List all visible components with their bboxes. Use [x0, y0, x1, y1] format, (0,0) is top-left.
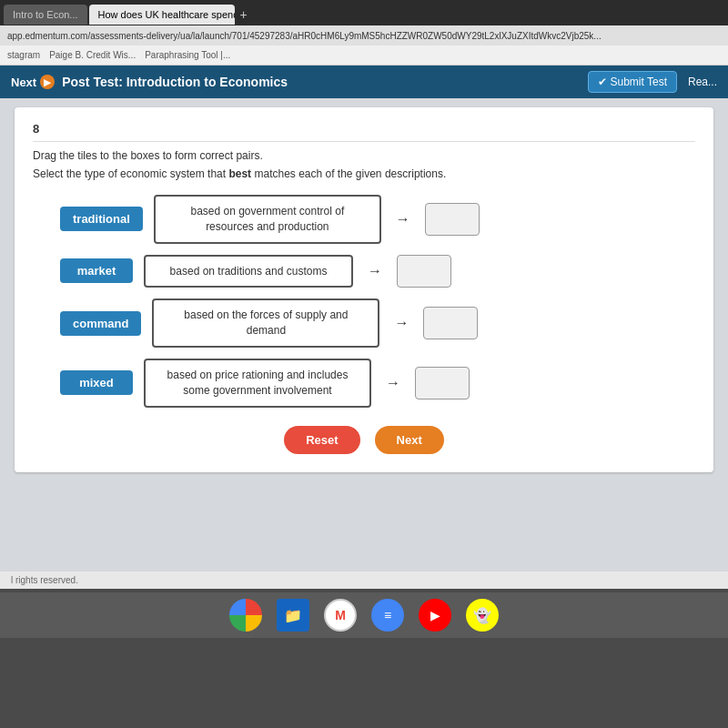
tab-intro[interactable]: Intro to Econ...: [4, 5, 87, 25]
taskbar-snapchat-icon[interactable]: 👻: [466, 599, 499, 632]
header-next-button[interactable]: Next ▶: [11, 75, 55, 89]
question-number: 8: [33, 122, 695, 142]
match-row-3: command based on the forces of supply an…: [60, 298, 478, 348]
tile-traditional[interactable]: traditional: [60, 207, 143, 231]
desc-box-4: based on price rationing and includes so…: [144, 359, 371, 408]
footer: l rights reserved.: [0, 571, 728, 589]
button-row: Reset Next: [33, 426, 695, 454]
answer-box-4[interactable]: [415, 367, 470, 399]
tab-active[interactable]: How does UK healthcare spend...: [89, 5, 235, 25]
reset-button[interactable]: Reset: [284, 426, 359, 454]
desc-box-1: based on government control of resources…: [154, 195, 381, 244]
header-right: ✔ Submit Test Rea...: [588, 71, 718, 93]
check-icon: ✔: [598, 76, 607, 88]
taskbar-docs-icon[interactable]: ≡: [371, 599, 404, 632]
instruction-2: Select the type of economic system that …: [33, 167, 695, 180]
submit-test-button[interactable]: ✔ Submit Test: [588, 71, 677, 93]
taskbar: 📁 M ≡ ▶ 👻: [0, 592, 728, 638]
desc-box-2: based on traditions and customs: [144, 255, 353, 288]
match-row-4: mixed based on price rationing and inclu…: [60, 359, 470, 408]
taskbar-gmail-icon[interactable]: M: [324, 599, 357, 632]
arrow-2: →: [368, 263, 382, 279]
next-arrow-icon: ▶: [40, 75, 55, 89]
next-button[interactable]: Next: [375, 426, 444, 454]
tile-market[interactable]: market: [60, 258, 133, 283]
taskbar-youtube-icon[interactable]: ▶: [419, 599, 451, 632]
tab-bar: Intro to Econ... How does UK healthcare …: [0, 0, 728, 25]
browser-chrome: Intro to Econ... How does UK healthcare …: [0, 0, 728, 66]
bookmark-paige[interactable]: Paige B. Credit Wis...: [49, 50, 136, 60]
desc-box-3: based on the forces of supply and demand: [152, 298, 379, 348]
match-row-1: traditional based on government control …: [60, 195, 480, 244]
bookmarks-bar: stagram Paige B. Credit Wis... Paraphras…: [0, 46, 728, 66]
read-button[interactable]: Rea...: [688, 76, 717, 88]
tile-mixed[interactable]: mixed: [60, 370, 133, 395]
bookmark-instagram[interactable]: stagram: [7, 50, 40, 60]
page-title: Post Test: Introduction to Economics: [62, 75, 288, 89]
arrow-1: →: [396, 211, 410, 228]
taskbar-files-icon[interactable]: 📁: [277, 599, 309, 632]
tile-command[interactable]: command: [60, 311, 141, 336]
matching-container: traditional based on government control …: [33, 195, 695, 408]
new-tab-button[interactable]: +: [240, 7, 248, 22]
arrow-4: →: [386, 375, 400, 391]
address-bar[interactable]: app.edmentum.com/assessments-delivery/ua…: [0, 25, 728, 46]
question-card: 8 Drag the tiles to the boxes to form co…: [15, 107, 713, 472]
match-row-2: market based on traditions and customs →: [60, 255, 451, 288]
answer-box-2[interactable]: [397, 255, 451, 288]
answer-box-1[interactable]: [425, 203, 480, 236]
answer-box-3[interactable]: [423, 307, 478, 339]
bookmark-paraphrase[interactable]: Paraphrasing Tool |...: [145, 50, 230, 60]
header-left: Next ▶ Post Test: Introduction to Econom…: [11, 75, 288, 89]
app-header: Next ▶ Post Test: Introduction to Econom…: [0, 66, 728, 98]
arrow-3: →: [394, 315, 409, 331]
main-content: 8 Drag the tiles to the boxes to form co…: [0, 98, 728, 571]
taskbar-chrome-icon[interactable]: [229, 599, 262, 632]
instruction-1: Drag the tiles to the boxes to form corr…: [33, 149, 695, 162]
